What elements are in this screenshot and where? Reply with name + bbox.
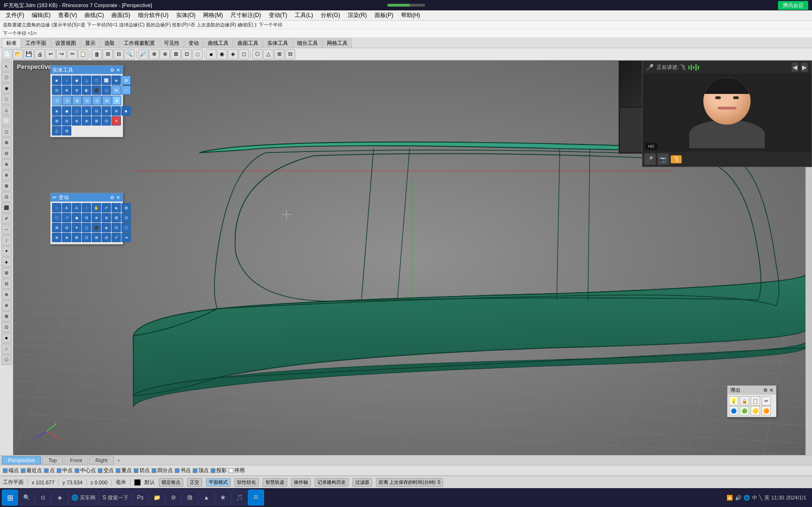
solid-tool-icon-7[interactable]: ◈ — [111, 76, 121, 85]
toolbar-tab-4[interactable]: 选取 — [100, 38, 119, 48]
snap-item-中心点[interactable]: 中心点 — [75, 467, 96, 474]
tr-icon-6[interactable]: ✐ — [102, 203, 111, 212]
toolbar-btn-25[interactable]: ⊟ — [285, 49, 295, 59]
left-tool-20[interactable]: ⊟ — [1, 279, 12, 289]
left-tool-19[interactable]: ⊞ — [1, 268, 12, 278]
left-tool-17[interactable]: ✦ — [1, 246, 12, 256]
solid-tool-icon-2[interactable]: ○ — [62, 76, 71, 85]
left-tool-27[interactable]: ⬡ — [1, 355, 12, 365]
popup-icon-7[interactable]: 🟡 — [751, 406, 760, 415]
left-tool-10[interactable]: ⊗ — [1, 170, 12, 180]
viewport-tab-front[interactable]: Front — [64, 456, 88, 465]
snap-checkbox-端点[interactable] — [3, 468, 8, 473]
toolbar-btn-5[interactable]: ↪ — [56, 49, 67, 59]
toolbar-btn-2[interactable]: 💾 — [24, 49, 34, 59]
menu-item-l[interactable]: 工具(L) — [291, 10, 317, 20]
tr-icon-10[interactable]: ↗ — [62, 213, 71, 222]
popup-close[interactable]: ✕ — [769, 388, 773, 393]
solid-tool-icon-38[interactable]: ✕ — [111, 116, 121, 126]
nav-prev-btn[interactable]: ◀ — [792, 63, 798, 72]
toolbar-tab-6[interactable]: 可见性 — [160, 38, 184, 48]
solid-tools-settings[interactable]: ⚙ — [109, 68, 115, 73]
snap-checkbox-投影[interactable] — [211, 468, 215, 473]
left-tool-23[interactable]: ⊠ — [1, 311, 12, 321]
taskbar-item-3[interactable]: 🌐买车网 — [68, 490, 99, 506]
solid-tool-icon-25[interactable]: ◉ — [62, 106, 71, 116]
transform-header[interactable]: ✏ 变动 ⚙ ✕ — [51, 193, 123, 202]
left-tool-26[interactable]: ○ — [1, 344, 12, 354]
tr-icon-23[interactable]: ⊡ — [111, 223, 121, 232]
toolbar-btn-18[interactable]: ■ — [206, 49, 216, 59]
viewport-tab-perspective[interactable]: Perspective — [2, 456, 41, 465]
status-btn-0[interactable]: 锁定格点 — [159, 478, 183, 487]
left-tool-22[interactable]: ⊗ — [1, 300, 12, 311]
snap-checkbox-顶点[interactable] — [193, 468, 197, 473]
toolbar-tab-10[interactable]: 实体工具 — [263, 38, 292, 48]
left-tool-16[interactable]: ↕ — [1, 235, 12, 245]
solid-tool-icon-11[interactable]: ⊗ — [72, 85, 81, 95]
tr-icon-32[interactable]: ➜ — [121, 233, 131, 242]
left-tool-0[interactable]: ↖ — [1, 61, 12, 72]
tray-item-6[interactable]: 11:30 — [771, 495, 785, 500]
taskbar-item-8[interactable]: 微 — [182, 490, 198, 506]
solid-tool-icon-13[interactable]: ⬛ — [92, 85, 101, 95]
toolbar-btn-1[interactable]: 📂 — [13, 49, 23, 59]
popup-icon-1[interactable]: 💡 — [729, 396, 738, 406]
toolbar-tab-1[interactable]: 工作平面 — [21, 38, 51, 48]
snap-checkbox-切点[interactable] — [134, 468, 138, 473]
solid-tool-anchor-2[interactable]: ⊞ — [62, 126, 71, 135]
solid-tool-icon-5[interactable]: ⬡ — [92, 76, 101, 85]
snap-checkbox-交点[interactable] — [98, 468, 103, 473]
tray-item-3[interactable]: 中 — [752, 494, 757, 501]
tr-icon-19[interactable]: ✦ — [72, 223, 81, 232]
solid-tool-icon-32[interactable]: ⊞ — [52, 116, 61, 126]
solid-tool-icon-28[interactable]: ⊟ — [92, 106, 101, 116]
solid-tool-icon-15[interactable]: ⊞ — [111, 85, 121, 95]
popup-settings[interactable]: ⚙ — [763, 388, 768, 393]
solid-tool-icon-17[interactable]: ⊡ — [52, 96, 62, 105]
solid-tool-icon-9[interactable]: ⊟ — [52, 85, 61, 95]
tr-icon-21[interactable]: ⬛ — [92, 223, 101, 232]
status-btn-6[interactable]: 记录建构历史 — [315, 478, 349, 487]
left-tool-14[interactable]: ✐ — [1, 213, 12, 224]
popup-icon-3[interactable]: 📋 — [751, 396, 760, 406]
tray-item-0[interactable]: 🔼 — [727, 495, 733, 501]
tr-icon-16[interactable]: ⊡ — [121, 213, 131, 222]
solid-tool-icon-16[interactable]: □ — [121, 85, 131, 95]
taskbar-item-7[interactable]: ⚙ — [165, 490, 181, 506]
solid-tool-icon-23[interactable]: ⊞ — [112, 96, 121, 105]
status-btn-3[interactable]: 软性软化 — [234, 478, 259, 487]
solid-tool-icon-37[interactable]: ⊡ — [102, 116, 111, 126]
left-tool-4[interactable]: △ — [1, 105, 12, 115]
tr-icon-26[interactable]: ⊗ — [62, 233, 71, 242]
toolbar-tab-9[interactable]: 曲面工具 — [233, 38, 263, 48]
left-tool-13[interactable]: ⬛ — [1, 203, 12, 213]
left-tool-7[interactable]: ⊞ — [1, 137, 12, 148]
snap-item-切点[interactable]: 切点 — [134, 467, 150, 474]
tr-icon-8[interactable]: ⊞ — [121, 203, 131, 212]
menu-item-v[interactable]: 查看(V) — [54, 10, 81, 20]
toolbar-tab-7[interactable]: 变动 — [184, 38, 203, 48]
tr-icon-4[interactable]: ↕ — [82, 203, 91, 212]
solid-tool-anchor-1[interactable]: ⚓ — [52, 126, 61, 135]
solid-tool-icon-29[interactable]: ⊕ — [102, 106, 111, 116]
tr-icon-12[interactable]: ⊟ — [82, 213, 91, 222]
popup-icon-8[interactable]: 🟠 — [761, 406, 771, 415]
popup-icon-6[interactable]: 🟢 — [740, 406, 749, 415]
color-swatch[interactable] — [134, 479, 141, 486]
left-tool-6[interactable]: ◻ — [1, 127, 12, 137]
toolbar-btn-12[interactable]: 🔎 — [138, 49, 148, 59]
toolbar-btn-0[interactable]: 📄 — [2, 49, 12, 59]
toolbar-btn-16[interactable]: ⊡ — [181, 49, 192, 59]
taskbar-item-6[interactable]: 📁 — [149, 490, 165, 506]
tray-item-5[interactable]: 英 — [764, 494, 769, 501]
solid-tool-icon-31[interactable]: ■ — [121, 106, 131, 116]
solid-tool-icon-34[interactable]: ⊕ — [72, 116, 81, 126]
left-tool-21[interactable]: ⊕ — [1, 289, 12, 300]
snap-item-书点[interactable]: 书点 — [175, 467, 191, 474]
status-btn-1[interactable]: 正交 — [187, 478, 202, 487]
toolbar-tab-0[interactable]: 标准 — [2, 38, 21, 48]
left-tool-1[interactable]: ⬡ — [1, 72, 12, 83]
snap-item-中点[interactable]: 中点 — [57, 467, 73, 474]
left-tool-3[interactable]: □ — [1, 94, 12, 104]
